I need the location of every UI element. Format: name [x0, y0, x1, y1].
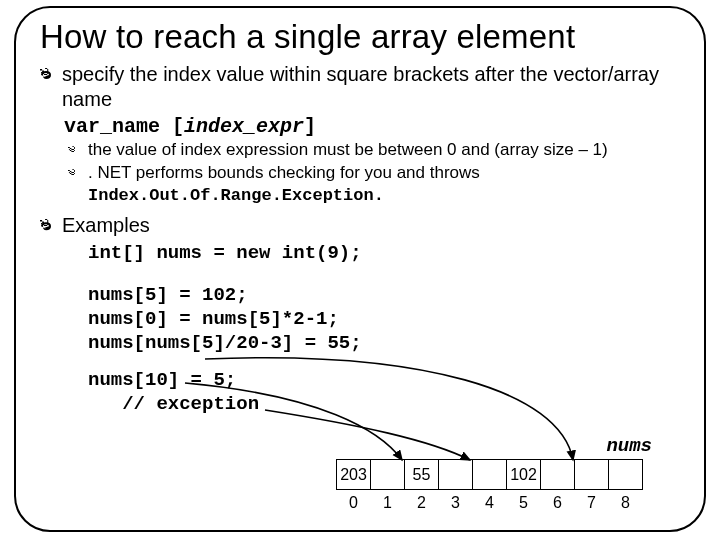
array-cell [473, 460, 507, 490]
array-index: 1 [371, 490, 405, 513]
page-title: How to reach a single array element [40, 18, 680, 56]
array-index: 8 [609, 490, 643, 513]
sub-text: the value of index expression must be be… [88, 140, 608, 159]
sub-text-a: . NET performs bounds checking for you a… [88, 163, 480, 182]
swirl-icon: ༄ [68, 141, 75, 159]
code-declare: int[] nums = new int(9); [88, 242, 680, 266]
syntax-varname: var_name [ [64, 115, 184, 138]
code-assign: nums[5] = 102; nums[0] = nums[5]*2-1; nu… [88, 284, 680, 355]
array-index-row: 0 1 2 3 4 5 6 7 8 [337, 490, 643, 513]
array-cell [609, 460, 643, 490]
swirl-icon: ༄ [40, 63, 49, 84]
slide-frame: How to reach a single array element ༄ sp… [14, 6, 706, 532]
array-table: 203 55 102 0 1 2 3 4 5 6 7 8 [336, 459, 643, 512]
examples-label: Examples [62, 214, 150, 236]
swirl-icon: ༄ [68, 164, 75, 182]
array-index: 4 [473, 490, 507, 513]
bullet-examples: ༄ Examples [40, 213, 680, 238]
bullet-specify: ༄ specify the index value within square … [40, 62, 680, 112]
sub-bullet-bounds: ༄ . NET performs bounds checking for you… [68, 162, 680, 207]
array-label: nums [330, 435, 660, 457]
array-cell: 55 [405, 460, 439, 490]
syntax-indexexpr: index_expr [184, 115, 304, 138]
array-cells-row: 203 55 102 [337, 460, 643, 490]
bullet-text: specify the index value within square br… [62, 63, 659, 110]
array-index: 7 [575, 490, 609, 513]
swirl-icon: ༄ [40, 214, 49, 235]
syntax-line: var_name [index_expr] [64, 114, 680, 139]
syntax-close: ] [304, 115, 316, 138]
array-index: 5 [507, 490, 541, 513]
array-index: 6 [541, 490, 575, 513]
array-cell: 102 [507, 460, 541, 490]
array-cell: 203 [337, 460, 371, 490]
array-cell [575, 460, 609, 490]
array-cell [541, 460, 575, 490]
array-index: 0 [337, 490, 371, 513]
array-cell [439, 460, 473, 490]
array-index: 3 [439, 490, 473, 513]
code-exception: nums[10] = 5; // exception [88, 369, 680, 417]
array-diagram: nums 203 55 102 0 1 2 3 4 5 6 7 [330, 435, 660, 512]
sub-bullet-range: ༄ the value of index expression must be … [68, 139, 680, 161]
array-cell [371, 460, 405, 490]
array-index: 2 [405, 490, 439, 513]
exception-name: Index.Out.Of.Range.Exception. [88, 186, 384, 205]
